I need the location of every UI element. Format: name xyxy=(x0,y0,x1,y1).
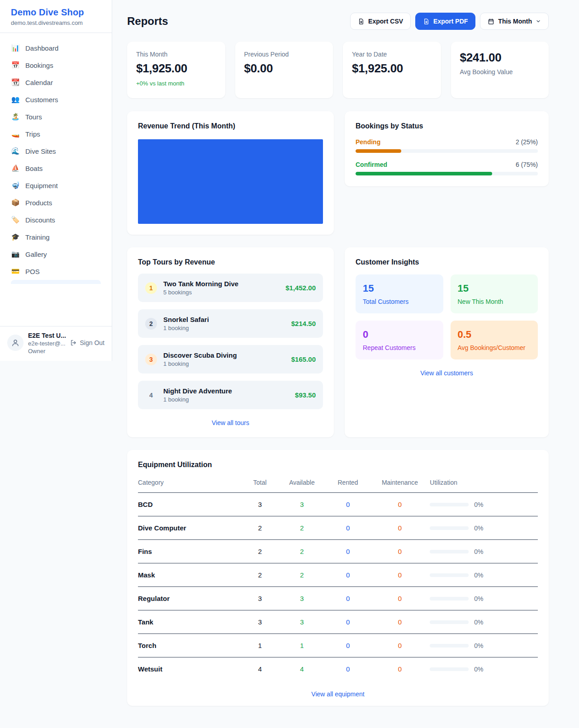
cell-maintenance: 0 xyxy=(370,610,430,634)
sidebar-item-customers[interactable]: 👥 Customers xyxy=(5,91,106,108)
status-row-pending: Pending 2 (25%) xyxy=(356,138,538,153)
customer-insights-title: Customer Insights xyxy=(356,258,538,266)
sidebar-item-boats[interactable]: ⛵ Boats xyxy=(5,160,106,177)
sidebar-item-reports-partial[interactable] xyxy=(11,280,101,284)
sidebar-item-gallery[interactable]: 📷 Gallery xyxy=(5,246,106,263)
revenue-trend-title: Revenue Trend (This Month) xyxy=(138,122,323,130)
user-role: Owner xyxy=(28,348,66,355)
stat-value: $1,925.00 xyxy=(136,61,216,76)
sidebar-item-label: Bookings xyxy=(25,61,53,69)
export-pdf-label: Export PDF xyxy=(433,18,468,25)
utilization-bar xyxy=(430,667,469,671)
cell-utilization: 0% xyxy=(474,595,483,602)
sidebar-item-label: Equipment xyxy=(25,182,58,189)
sidebar-item-label: Training xyxy=(25,233,50,241)
sidebar-item-label: Gallery xyxy=(25,251,47,258)
customers-icon: 👥 xyxy=(11,95,20,104)
dashboard-icon: 📊 xyxy=(11,44,20,52)
cell-total: 4 xyxy=(242,657,278,681)
stat-value: $0.00 xyxy=(244,61,324,76)
stat-card-year-to-date: Year to Date $1,925.00 xyxy=(343,42,441,98)
cell-rented: 0 xyxy=(326,493,370,516)
revenue-trend-card: Revenue Trend (This Month) xyxy=(127,111,334,235)
bookings-by-status-title: Bookings by Status xyxy=(356,122,538,130)
equipment-icon: 🤿 xyxy=(11,181,20,189)
sidebar-item-equipment[interactable]: 🤿 Equipment xyxy=(5,177,106,194)
sign-out-button[interactable]: Sign Out xyxy=(70,339,104,346)
tour-revenue: $165.00 xyxy=(291,355,316,363)
sidebar-item-discounts[interactable]: 🏷️ Discounts xyxy=(5,211,106,228)
cell-total: 3 xyxy=(242,493,278,516)
sidebar-item-label: Boats xyxy=(25,165,43,172)
cell-utilization: 0% xyxy=(474,548,483,555)
sidebar-item-products[interactable]: 📦 Products xyxy=(5,194,106,211)
tour-name: Discover Scuba Diving xyxy=(163,351,285,359)
sign-out-label: Sign Out xyxy=(80,339,104,346)
revenue-trend-bar xyxy=(138,139,323,224)
utilization-bar xyxy=(430,526,469,530)
column-header-available: Available xyxy=(278,475,326,493)
sidebar-item-pos[interactable]: 💳 POS xyxy=(5,263,106,280)
cell-utilization: 0% xyxy=(474,642,483,649)
sidebar-item-calendar[interactable]: 📆 Calendar xyxy=(5,74,106,91)
sidebar: Demo Dive Shop demo.test.divestreams.com… xyxy=(0,0,112,361)
tile-total-customers: 15 Total Customers xyxy=(356,274,443,313)
trips-icon: 🚤 xyxy=(11,130,20,138)
tile-value: 15 xyxy=(363,283,436,294)
sidebar-item-dashboard[interactable]: 📊 Dashboard xyxy=(5,39,106,57)
sidebar-item-trips[interactable]: 🚤 Trips xyxy=(5,125,106,142)
status-count-pending: 2 (25%) xyxy=(516,138,538,146)
cell-available: 3 xyxy=(278,587,326,610)
sidebar-item-dive-sites[interactable]: 🌊 Dive Sites xyxy=(5,142,106,160)
tile-value: 0.5 xyxy=(458,329,531,340)
cell-rented: 0 xyxy=(326,516,370,540)
sidebar-item-label: Trips xyxy=(25,130,40,138)
sidebar-item-tours[interactable]: 🏝️ Tours xyxy=(5,108,106,125)
table-row: BCD 3 3 0 0 0% xyxy=(138,493,538,516)
export-pdf-button[interactable]: Export PDF xyxy=(415,13,475,30)
export-csv-button[interactable]: Export CSV xyxy=(350,13,411,30)
cell-category: BCD xyxy=(138,493,242,516)
stat-label: This Month xyxy=(136,51,216,58)
pos-icon: 💳 xyxy=(11,267,20,275)
cell-available: 2 xyxy=(278,563,326,587)
utilization-bar xyxy=(430,644,469,648)
cell-total: 3 xyxy=(242,610,278,634)
view-all-equipment-link[interactable]: View all equipment xyxy=(138,690,538,698)
cell-available: 1 xyxy=(278,634,326,657)
cell-category: Tank xyxy=(138,610,242,634)
status-row-confirmed: Confirmed 6 (75%) xyxy=(356,161,538,175)
stat-card-this-month: This Month $1,925.00 +0% vs last month xyxy=(127,42,225,98)
cell-utilization: 0% xyxy=(474,666,483,673)
sidebar-header: Demo Dive Shop demo.test.divestreams.com xyxy=(0,0,112,33)
brand-name: Demo Dive Shop xyxy=(11,7,101,18)
tour-name: Two Tank Morning Dive xyxy=(163,280,279,288)
tour-row: 3 Discover Scuba Diving 1 booking $165.0… xyxy=(138,345,323,373)
equipment-utilization-title: Equipment Utilization xyxy=(138,461,538,469)
sidebar-item-training[interactable]: 🎓 Training xyxy=(5,228,106,246)
cell-available: 4 xyxy=(278,657,326,681)
cell-category: Fins xyxy=(138,540,242,563)
cell-maintenance: 0 xyxy=(370,634,430,657)
bookings-icon: 📅 xyxy=(11,61,20,69)
page-header: Reports Export CSV Export PDF This Month xyxy=(127,13,549,30)
view-all-tours-link[interactable]: View all tours xyxy=(138,419,323,426)
sidebar-item-label: Tours xyxy=(25,113,42,121)
sidebar-item-label: Calendar xyxy=(25,79,53,86)
chevron-down-icon xyxy=(536,19,541,24)
tile-avg-bookings-customer: 0.5 Avg Bookings/Customer xyxy=(451,321,538,359)
user-meta: E2E Test U... e2e-tester@... Owner xyxy=(28,332,66,355)
view-all-customers-link[interactable]: View all customers xyxy=(356,369,538,377)
column-header-rented: Rented xyxy=(326,475,370,493)
equipment-utilization-card: Equipment Utilization Category Total Ava… xyxy=(127,450,549,706)
main-content: Reports Export CSV Export PDF This Month xyxy=(112,0,579,724)
stat-label: Year to Date xyxy=(352,51,432,58)
top-tours-card: Top Tours by Revenue 1 Two Tank Morning … xyxy=(127,247,334,437)
table-row: Wetsuit 4 4 0 0 0% xyxy=(138,657,538,681)
sidebar-item-bookings[interactable]: 📅 Bookings xyxy=(5,57,106,74)
avatar xyxy=(7,335,24,351)
rank-badge: 2 xyxy=(145,318,157,330)
page-title: Reports xyxy=(127,15,168,28)
stat-value: $241.00 xyxy=(460,51,540,65)
period-dropdown[interactable]: This Month xyxy=(480,13,549,30)
